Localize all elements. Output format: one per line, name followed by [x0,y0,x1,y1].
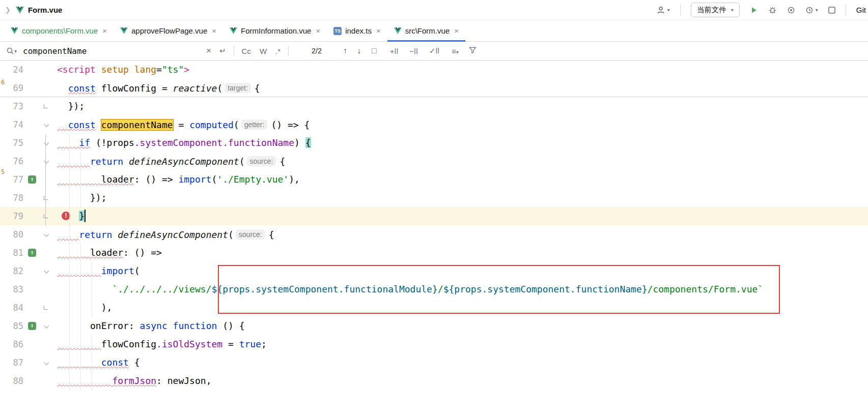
code-line-87[interactable]: 87 const { [0,353,868,372]
fold-marker[interactable] [44,360,49,365]
fold-marker[interactable] [44,231,49,236]
code-line-79[interactable]: 79 }! [0,207,868,225]
fold-marker[interactable] [44,323,49,328]
remove-occurrence-icon[interactable]: −ǀǀ [409,47,418,55]
close-tab-icon[interactable]: × [102,26,107,35]
editor[interactable]: 24<script setup lang="ts">69 const flowC… [0,61,868,416]
code-line-88[interactable]: 88 formJson: newJson, [0,372,868,390]
gutter[interactable]: 86 [0,335,57,353]
gutter[interactable]: 80 [0,225,57,244]
code-line-81[interactable]: 81↑ loader: () => [0,244,868,262]
code-line-86[interactable]: 86 flowConfig.isOldSystem = true; [0,335,868,353]
previous-match-button[interactable]: ↑ [343,46,347,55]
code-text[interactable]: return defineAsyncComponent(source:{ [57,225,868,244]
code-line-73[interactable]: 73 }); [0,97,868,115]
code-text[interactable]: }); [57,189,868,207]
git-menu[interactable]: Git [856,6,866,14]
code-text[interactable]: import( [57,262,868,280]
close-tab-icon[interactable]: × [376,26,381,35]
code-text[interactable]: loader: () => [57,244,868,262]
code-line-74[interactable]: 74 const componentName = computed(getter… [0,115,868,134]
gutter[interactable]: 76 [0,152,57,170]
search-icon[interactable] [6,47,14,55]
fold-marker[interactable] [44,306,48,310]
close-tab-icon[interactable]: × [454,26,459,35]
open-in-find-window-icon[interactable]: □ [372,46,377,55]
select-all-occurrences-icon[interactable]: ✓ǀǀ [429,46,439,55]
run-config-selector[interactable]: 当前文件 ▾ [691,3,740,17]
code-text[interactable]: ), [57,299,868,317]
code-line-78[interactable]: 78 }); [0,189,868,207]
fold-marker[interactable] [44,140,49,145]
fold-marker[interactable] [44,268,49,273]
clear-search-icon[interactable]: × [206,46,211,56]
code-line-84[interactable]: 84 ), [0,299,868,317]
close-tab-icon[interactable]: × [316,26,320,35]
code-text[interactable]: }); [57,97,868,115]
filter-button[interactable] [469,46,477,55]
match-case-toggle[interactable]: Cc [242,47,251,55]
gutter[interactable]: 73 [0,97,57,115]
code-text[interactable]: `./../../../views/${props.systemComponen… [57,280,868,299]
run-button[interactable] [750,6,758,14]
newline-icon[interactable]: ↵ [219,46,226,55]
next-match-button[interactable]: ↓ [357,46,361,55]
code-text[interactable]: return defineAsyncComponent(source:{ [57,152,868,170]
code-text[interactable]: loader: () => import('./Empty.vue'), [57,170,868,189]
code-text[interactable]: flowConfig.isOldSystem = true; [57,335,868,353]
whole-words-toggle[interactable]: W [260,47,267,55]
code-line-82[interactable]: 82 import( [0,262,868,280]
gutter[interactable]: 82 [0,262,57,280]
gutter-arrow-icon[interactable]: ↑ [28,249,36,257]
code-text[interactable]: onError: async function () { [57,317,868,335]
stop-button[interactable] [828,7,835,14]
code-line-76[interactable]: 76 return defineAsyncComponent(source:{ [0,152,868,170]
code-line-83[interactable]: 83 `./../../../views/${props.systemCompo… [0,280,868,299]
user-menu-button[interactable]: ▾ [656,6,670,15]
search-history-caret-icon[interactable]: ▾ [14,48,17,54]
profiler-button[interactable]: ▾ [805,6,818,14]
code-text[interactable]: if (!props.systemComponent.functionName)… [57,134,868,152]
close-tab-icon[interactable]: × [212,26,216,35]
gutter[interactable]: 75 [0,134,57,152]
search-input[interactable]: componentName [23,46,206,56]
code-line-69[interactable]: 69 const flowConfig = reactive(target:{ [0,79,868,97]
gutter[interactable]: 84 [0,299,57,317]
gutter-arrow-icon[interactable]: ↑ [28,322,36,330]
code-line-75[interactable]: 75 if (!props.systemComponent.functionNa… [0,134,868,152]
code-line-85[interactable]: 85↑ onError: async function () { [0,317,868,335]
gutter[interactable]: 85↑ [0,317,57,335]
code-text[interactable]: const flowConfig = reactive(target:{ [57,79,868,97]
code-text[interactable]: <script setup lang="ts"> [57,61,868,79]
back-chevron-icon[interactable]: ❯ [5,6,11,14]
tab-approveflowpage-vue[interactable]: approveFlowPage.vue× [114,20,223,41]
view-options-icon[interactable]: ≡▾ [452,47,459,55]
code-text[interactable]: } [57,207,868,225]
gutter[interactable]: 69 [0,79,57,97]
fold-marker[interactable] [44,158,49,163]
gutter[interactable]: 77↑ [0,170,57,189]
code-text[interactable]: const { [57,353,868,372]
code-line-24[interactable]: 24<script setup lang="ts"> [0,61,868,79]
gutter[interactable]: 88 [0,372,57,390]
gutter[interactable]: 83 [0,280,57,299]
gutter[interactable]: 78 [0,189,57,207]
fold-marker[interactable] [44,196,48,200]
gutter[interactable]: 79 [0,207,57,225]
debug-button[interactable] [768,6,777,14]
gutter[interactable]: 74 [0,115,57,134]
regex-toggle[interactable]: .* [275,47,281,55]
gutter[interactable]: 87 [0,353,57,372]
tab-src-form-vue[interactable]: src\Form.vue× [387,20,465,41]
fold-marker[interactable] [44,104,48,108]
fold-marker[interactable] [44,214,48,218]
gutter-arrow-icon[interactable]: ↑ [28,175,36,184]
tab-components-form-vue[interactable]: components\Form.vue× [4,20,114,41]
gutter[interactable]: 24 [0,61,57,79]
code-line-80[interactable]: 80 return defineAsyncComponent(source:{ [0,225,868,244]
code-text[interactable]: const componentName = computed(getter:()… [57,115,868,134]
code-text[interactable]: formJson: newJson, [57,372,868,390]
fold-marker[interactable] [44,122,49,127]
code-line-77[interactable]: 77↑ loader: () => import('./Empty.vue'), [0,170,868,189]
coverage-button[interactable] [787,6,795,14]
